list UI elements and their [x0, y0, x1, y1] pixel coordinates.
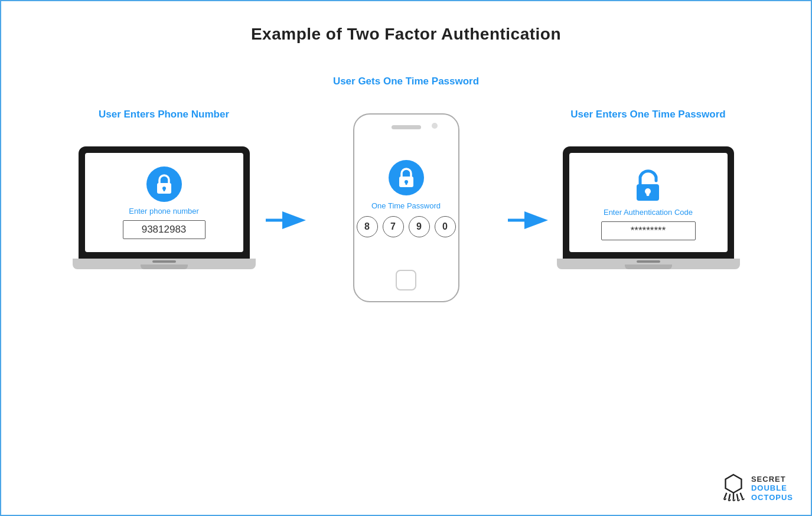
svg-rect-12	[647, 191, 650, 196]
logo-text: SECRET DOUBLE OCTOPUS	[751, 475, 793, 502]
arrow2	[507, 205, 548, 235]
otp-digit-4: 0	[435, 216, 456, 237]
diagram-container: User Enters Phone Number Enter phone num…	[1, 67, 811, 302]
logo-icon	[722, 473, 745, 503]
step2-title: User Gets One Time Password	[333, 67, 479, 96]
step1: User Enters Phone Number Enter phone num…	[64, 100, 265, 269]
otp-digit-1: 8	[357, 216, 378, 237]
laptop2: Enter Authentication Code *********	[563, 146, 734, 269]
laptop1-screen-inner: Enter phone number 93812983	[85, 153, 243, 252]
laptop1-base	[73, 259, 256, 269]
page-title: Example of Two Factor Authentication	[1, 1, 811, 44]
lock-icon-circle-1	[146, 166, 182, 202]
phone-speaker	[392, 125, 421, 129]
svg-line-17	[737, 494, 738, 500]
step3-input: *********	[601, 221, 696, 240]
arrow1-svg	[265, 205, 306, 235]
step1-input: 93812983	[123, 220, 206, 239]
arrow1	[265, 205, 306, 235]
svg-rect-7	[405, 182, 407, 185]
logo-secret: SECRET	[751, 475, 793, 484]
step1-title: User Enters Phone Number	[99, 100, 229, 129]
step3-screen-label: Enter Authentication Code	[604, 208, 693, 217]
laptop1-screen-outer: Enter phone number 93812983	[79, 146, 250, 259]
svg-line-15	[729, 494, 730, 500]
svg-marker-13	[725, 475, 741, 493]
svg-line-18	[740, 493, 742, 499]
laptop2-base	[557, 259, 740, 269]
logo-double: DOUBLE	[751, 484, 793, 493]
svg-line-14	[725, 493, 727, 499]
laptop1-notch	[152, 260, 176, 263]
lock-icon-circle-2	[389, 160, 424, 195]
laptop2-screen-inner: Enter Authentication Code *********	[569, 153, 728, 252]
phone-screen: One Time Password 8 7 9 0	[357, 132, 456, 265]
otp-digit-2: 7	[383, 216, 404, 237]
phone-camera	[432, 123, 438, 129]
laptop1: Enter phone number 93812983	[79, 146, 250, 269]
lock-icon-1	[155, 174, 174, 195]
step1-screen-label: Enter phone number	[129, 207, 199, 215]
otp-digits: 8 7 9 0	[357, 216, 456, 237]
phone-home-button	[396, 270, 416, 290]
otp-label: One Time Password	[371, 201, 441, 210]
laptop2-notch	[637, 260, 660, 263]
phone-device: One Time Password 8 7 9 0	[353, 113, 459, 302]
logo-area: SECRET DOUBLE OCTOPUS	[722, 473, 793, 503]
unlock-icon	[632, 168, 664, 203]
arrow2-svg	[507, 205, 548, 235]
otp-digit-3: 9	[409, 216, 430, 237]
unlock-icon-wrapper	[628, 165, 669, 203]
svg-rect-2	[163, 188, 165, 191]
laptop2-screen-outer: Enter Authentication Code *********	[563, 146, 734, 259]
logo-octopus: OCTOPUS	[751, 493, 793, 502]
step3: User Enters One Time Password	[548, 100, 749, 269]
step3-title: User Enters One Time Password	[570, 100, 725, 129]
step2: User Gets One Time Password One Time Pas…	[306, 67, 507, 302]
lock-icon-2	[397, 167, 416, 188]
